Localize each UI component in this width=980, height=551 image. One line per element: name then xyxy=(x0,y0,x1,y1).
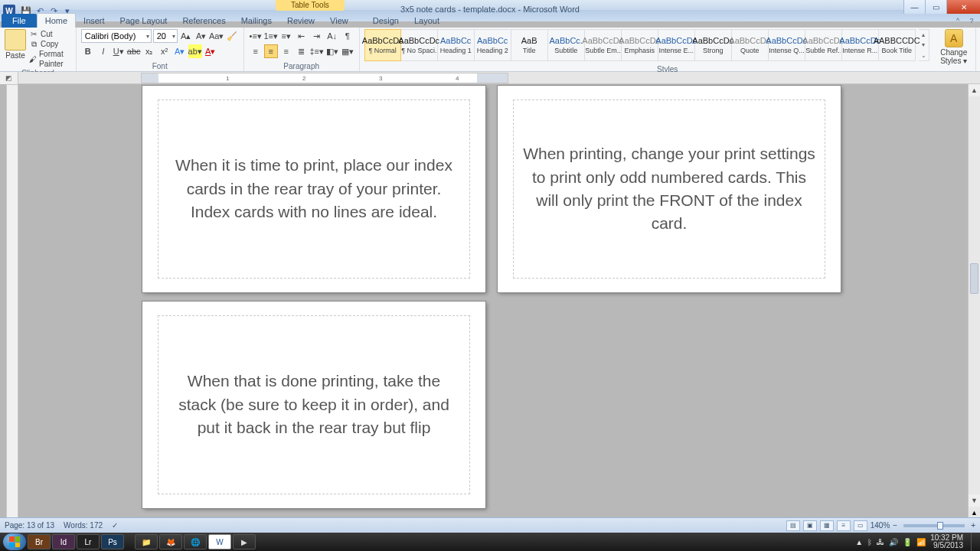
decrease-indent-button[interactable]: ⇤ xyxy=(295,29,309,43)
clear-formatting-icon[interactable]: 🧹 xyxy=(225,29,239,43)
vertical-ruler[interactable] xyxy=(6,84,18,531)
zoom-slider[interactable] xyxy=(903,524,965,527)
start-button[interactable] xyxy=(3,533,26,550)
superscript-button[interactable]: x² xyxy=(158,44,172,58)
style-item-heading-2[interactable]: AaBbCcHeading 2 xyxy=(475,29,511,61)
bold-button[interactable]: B xyxy=(81,44,95,58)
page-card[interactable]: When that is done printing, take the sta… xyxy=(142,302,485,508)
proofing-icon[interactable]: ✓ xyxy=(112,521,118,530)
card-text[interactable]: When that is done printing, take the sta… xyxy=(162,315,466,494)
horizontal-ruler[interactable]: 1 2 3 4 xyxy=(141,73,508,83)
align-center-button[interactable]: ≡ xyxy=(264,44,278,58)
full-screen-view-button[interactable]: ▣ xyxy=(803,520,817,531)
bullets-button[interactable]: •≡▾ xyxy=(249,29,263,43)
tab-file[interactable]: File xyxy=(2,14,37,28)
shrink-font-icon[interactable]: A▾ xyxy=(194,29,208,43)
zoom-knob[interactable] xyxy=(937,522,943,530)
style-item-intense-q-[interactable]: AaBbCcDcIntense Q... xyxy=(769,29,805,61)
taskbar-item-firefox[interactable]: 🦊 xyxy=(159,534,182,549)
draft-view-button[interactable]: ▭ xyxy=(854,520,867,531)
style-item-heading-1[interactable]: AaBbCcHeading 1 xyxy=(438,29,475,61)
zoom-level[interactable]: 140% xyxy=(871,521,890,530)
style-item-book-title[interactable]: AABBCCDCBook Title xyxy=(879,29,916,61)
tab-mailings[interactable]: Mailings xyxy=(234,14,279,28)
taskbar-item-lightroom[interactable]: Lr xyxy=(77,534,100,549)
font-color-button[interactable]: A▾ xyxy=(204,44,217,58)
show-marks-button[interactable]: ¶ xyxy=(341,29,354,43)
clock[interactable]: 10:32 PM 9/5/2013 xyxy=(930,534,966,549)
network-icon[interactable]: 🖧 xyxy=(877,538,884,546)
style-item-subtle-em-[interactable]: AaBbCcDcSubtle Em... xyxy=(585,29,622,61)
taskbar-item-photoshop[interactable]: Ps xyxy=(101,534,124,549)
style-item-emphasis[interactable]: AaBbCcDcEmphasis xyxy=(622,29,658,61)
scroll-up-icon[interactable]: ▲ xyxy=(969,84,980,96)
card-text[interactable]: When it is time to print, place our inde… xyxy=(162,99,466,279)
ribbon-minimize-icon[interactable]: ^ xyxy=(951,15,965,26)
style-item-subtle-ref-[interactable]: AaBbCcDcSubtle Ref... xyxy=(805,29,842,61)
subscript-button[interactable]: x₂ xyxy=(142,44,156,58)
minimize-button[interactable]: — xyxy=(903,0,925,14)
styles-more-button[interactable]: ▴▾⌄ xyxy=(919,29,929,61)
change-styles-button[interactable]: A Change Styles ▾ xyxy=(937,29,971,65)
borders-button[interactable]: ▦▾ xyxy=(341,44,354,58)
taskbar-item-chrome[interactable]: 🌐 xyxy=(184,534,207,549)
copy-button[interactable]: ⧉Copy xyxy=(29,39,71,49)
volume-icon[interactable]: 🔊 xyxy=(889,538,898,546)
tab-view[interactable]: View xyxy=(322,14,356,28)
paste-button[interactable]: Paste xyxy=(5,29,26,60)
align-right-button[interactable]: ≡ xyxy=(279,44,293,58)
tab-page-layout[interactable]: Page Layout xyxy=(113,14,175,28)
outline-view-button[interactable]: ≡ xyxy=(837,520,851,531)
ruler-corner[interactable]: ◩ xyxy=(0,72,18,84)
style-item-intense-r-[interactable]: AaBbCcDcIntense R... xyxy=(842,29,879,61)
close-button[interactable]: ✕ xyxy=(946,0,980,14)
scroll-thumb[interactable] xyxy=(970,263,978,294)
style-item--no-spaci-[interactable]: AaBbCcDc¶ No Spaci... xyxy=(401,29,438,61)
underline-button[interactable]: U▾ xyxy=(112,44,126,58)
tab-home[interactable]: Home xyxy=(37,13,76,28)
zoom-out-button[interactable]: − xyxy=(893,521,897,530)
bluetooth-icon[interactable]: ᛒ xyxy=(867,538,872,546)
change-case-icon[interactable]: Aa▾ xyxy=(210,29,224,43)
format-painter-button[interactable]: 🖌Format Painter xyxy=(29,49,71,69)
tab-insert[interactable]: Insert xyxy=(76,14,113,28)
strikethrough-button[interactable]: abc xyxy=(127,44,141,58)
help-icon[interactable]: ? xyxy=(965,15,978,26)
taskbar-item-bridge[interactable]: Br xyxy=(28,534,51,549)
style-item-title[interactable]: AaBTitle xyxy=(511,29,548,61)
wifi-icon[interactable]: 📶 xyxy=(916,538,926,546)
font-name-combo[interactable]: Calibri (Body) xyxy=(81,29,152,43)
numbering-button[interactable]: 1≡▾ xyxy=(264,29,278,43)
page-indicator[interactable]: Page: 13 of 13 xyxy=(5,521,54,530)
grow-font-icon[interactable]: A▴ xyxy=(179,29,193,43)
styles-gallery[interactable]: AaBbCcDc¶ NormalAaBbCcDc¶ No Spaci...AaB… xyxy=(364,29,916,61)
page-card[interactable]: When it is time to print, place our inde… xyxy=(142,86,485,292)
italic-button[interactable]: I xyxy=(96,44,110,58)
document-area[interactable]: When it is time to print, place our inde… xyxy=(0,84,968,531)
taskbar-item-explorer[interactable]: 📁 xyxy=(135,534,158,549)
style-item--normal[interactable]: AaBbCcDc¶ Normal xyxy=(364,29,401,61)
increase-indent-button[interactable]: ⇥ xyxy=(310,29,324,43)
style-item-quote[interactable]: AaBbCcDcQuote xyxy=(732,29,769,61)
card-text[interactable]: When printing, change your print setting… xyxy=(518,99,821,279)
vertical-scrollbar[interactable]: ▲ ▼ ▲ ▼ xyxy=(968,84,980,531)
tab-table-layout[interactable]: Layout xyxy=(407,14,447,28)
print-layout-view-button[interactable]: ▤ xyxy=(786,520,800,531)
battery-icon[interactable]: 🔋 xyxy=(903,538,912,546)
tab-review[interactable]: Review xyxy=(279,14,322,28)
style-item-intense-e-[interactable]: AaBbCcDcIntense E... xyxy=(658,29,695,61)
style-item-strong[interactable]: AaBbCcDcStrong xyxy=(695,29,732,61)
scroll-down-icon[interactable]: ▼ xyxy=(969,494,980,507)
line-spacing-button[interactable]: ‡≡▾ xyxy=(310,44,324,58)
taskbar-item-word[interactable]: W xyxy=(208,534,231,549)
taskbar-item-indesign[interactable]: Id xyxy=(52,534,75,549)
shading-button[interactable]: ◧▾ xyxy=(325,44,339,58)
tab-references[interactable]: References xyxy=(175,14,233,28)
page-card[interactable]: When printing, change your print setting… xyxy=(498,86,841,292)
word-count[interactable]: Words: 172 xyxy=(64,521,103,530)
font-size-combo[interactable]: 20 xyxy=(153,29,178,43)
taskbar-item-vlc[interactable]: ▶ xyxy=(233,534,256,549)
web-layout-view-button[interactable]: ▦ xyxy=(820,520,834,531)
zoom-in-button[interactable]: + xyxy=(971,521,975,530)
text-effects-button[interactable]: A▾ xyxy=(173,44,187,58)
